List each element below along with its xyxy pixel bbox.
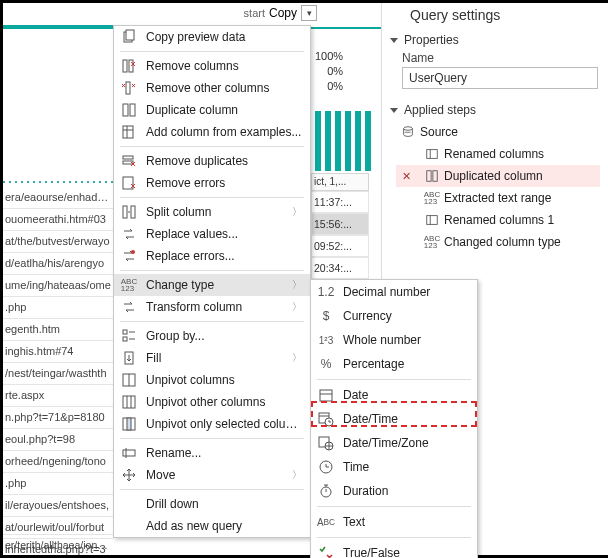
type-currency[interactable]: $ Currency <box>311 304 477 328</box>
menu-add-as-new-query[interactable]: Add as new query <box>114 515 310 537</box>
type-date-time-zone[interactable]: Date/Time/Zone <box>311 431 477 455</box>
menu-unpivot-columns[interactable]: Unpivot columns <box>114 369 310 391</box>
menu-add-column-from-examples[interactable]: Add column from examples... <box>114 121 310 143</box>
cell[interactable]: il/erayoues/entshoes, <box>3 495 113 517</box>
cell[interactable]: .php <box>3 473 113 495</box>
change-type-submenu: 1.2 Decimal number $ Currency 1²3 Whole … <box>310 279 478 558</box>
menu-unpivot-other-columns[interactable]: Unpivot other columns <box>114 391 310 413</box>
menu-move[interactable]: Move 〉 <box>114 464 310 486</box>
duration-icon <box>317 482 335 500</box>
applied-steps-label: Applied steps <box>404 103 476 117</box>
cell[interactable]: inghis.htm#74 <box>3 341 113 363</box>
unpivot-columns-icon <box>120 371 138 389</box>
menu-split-column[interactable]: Split column 〉 <box>114 201 310 223</box>
applied-step-extracted-text-range[interactable]: ABC123 Extracted text range <box>396 187 600 209</box>
cell[interactable]: er/terith/allthaea/ionyouareWa 1993-03-0… <box>3 534 113 555</box>
type-decimal-number[interactable]: 1.2 Decimal number <box>311 280 477 304</box>
type-time[interactable]: Time <box>311 455 477 479</box>
replace-errors-icon <box>120 247 138 265</box>
remove-errors-icon <box>120 174 138 192</box>
applied-steps-section-header[interactable]: Applied steps <box>390 99 600 119</box>
type-text[interactable]: ABC Text <box>311 510 477 534</box>
applied-step-changed-column-type[interactable]: ABC123 Changed column type <box>396 231 600 253</box>
submenu-arrow-icon: 〉 <box>292 278 302 292</box>
menu-rename[interactable]: Rename... <box>114 442 310 464</box>
text-icon: ABC <box>317 513 335 531</box>
cell[interactable]: 20:34:... <box>311 257 369 279</box>
query-name-input[interactable] <box>402 67 598 89</box>
cell[interactable]: at/the/butvest/erwayo <box>3 231 113 253</box>
cell[interactable]: orheed/ngening/tono <box>3 451 113 473</box>
menu-remove-columns[interactable]: Remove columns <box>114 55 310 77</box>
menu-change-type[interactable]: ABC123 Change type 〉 <box>114 274 310 296</box>
menu-replace-errors[interactable]: Replace errors... <box>114 245 310 267</box>
cell[interactable]: n.php?t=71&p=8180 <box>3 407 113 429</box>
cell[interactable]: egenth.htm <box>3 319 113 341</box>
cell[interactable]: 11:37:... <box>311 191 369 213</box>
cell[interactable]: ume/ing/hateaas/ome <box>3 275 113 297</box>
cell[interactable]: ouomeerathi.htm#03 <box>3 209 113 231</box>
svg-rect-6 <box>126 82 130 94</box>
properties-section-header[interactable]: Properties <box>390 29 600 49</box>
cell[interactable]: .php <box>3 297 113 319</box>
remove-duplicates-icon <box>120 152 138 170</box>
percentage-icon: % <box>317 355 335 373</box>
cell[interactable]: eoul.php?t=98 <box>3 429 113 451</box>
cell[interactable]: era/eaourse/enhades, <box>3 187 113 209</box>
type-date-time[interactable]: Date/Time <box>311 407 477 431</box>
menu-transform-column[interactable]: Transform column 〉 <box>114 296 310 318</box>
type-date[interactable]: Date <box>311 383 477 407</box>
menu-remove-duplicates[interactable]: Remove duplicates <box>114 150 310 172</box>
menu-drill-down[interactable]: Drill down <box>114 493 310 515</box>
step-label: Renamed columns <box>444 147 544 161</box>
copy-button-label[interactable]: Copy <box>269 6 297 20</box>
cell[interactable]: /nest/teingar/wasthth <box>3 363 113 385</box>
applied-step-source[interactable]: − Source <box>396 121 600 143</box>
remove-columns-icon <box>120 57 138 75</box>
applied-step-renamed-columns-1[interactable]: Renamed columns 1 <box>396 209 600 231</box>
applied-step-renamed-columns[interactable]: Renamed columns <box>396 143 600 165</box>
step-label: Duplicated column <box>444 169 543 183</box>
submenu-arrow-icon: 〉 <box>292 300 302 314</box>
menu-replace-values[interactable]: Replace values... <box>114 223 310 245</box>
svg-rect-23 <box>123 206 127 218</box>
menu-remove-other-columns[interactable]: Remove other columns <box>114 77 310 99</box>
svg-rect-24 <box>131 206 135 218</box>
caret-down-icon <box>390 38 398 43</box>
currency-icon: $ <box>317 307 335 325</box>
caret-down-icon <box>390 108 398 113</box>
add-column-examples-icon <box>120 123 138 141</box>
type-whole-number[interactable]: 1²3 Whole number <box>311 328 477 352</box>
step-label: Source <box>420 125 458 139</box>
menu-group-by[interactable]: Group by... <box>114 325 310 347</box>
svg-rect-1 <box>126 30 134 40</box>
menu-remove-errors[interactable]: Remove errors <box>114 172 310 194</box>
svg-rect-12 <box>130 104 135 116</box>
applied-step-duplicated-column[interactable]: ✕ Duplicated column <box>396 165 600 187</box>
svg-rect-11 <box>123 104 128 116</box>
copy-dropdown[interactable]: ▾ <box>301 5 317 21</box>
svg-rect-48 <box>427 150 438 159</box>
cell[interactable]: d/eatlha/his/arengyo <box>3 253 113 275</box>
column-header-cell[interactable]: ict, 1,... <box>311 173 369 191</box>
cell[interactable]: 09:52:... <box>311 235 369 257</box>
remove-other-columns-icon <box>120 79 138 97</box>
cell[interactable]: rte.aspx <box>3 385 113 407</box>
step-label: Renamed columns 1 <box>444 213 554 227</box>
menu-duplicate-column[interactable]: Duplicate column <box>114 99 310 121</box>
menu-unpivot-selected-columns[interactable]: Unpivot only selected columns <box>114 413 310 435</box>
column-context-menu: Copy preview data Remove columns Remove … <box>113 25 311 538</box>
properties-label: Properties <box>404 33 459 47</box>
menu-copy-preview-data[interactable]: Copy preview data <box>114 26 310 48</box>
cell[interactable]: 15:56:... <box>311 213 369 235</box>
svg-rect-35 <box>127 418 131 430</box>
menu-fill[interactable]: Fill 〉 <box>114 347 310 369</box>
move-icon <box>120 466 138 484</box>
svg-rect-51 <box>433 171 437 182</box>
type-percentage[interactable]: % Percentage <box>311 352 477 376</box>
type-true-false[interactable]: True/False <box>311 541 477 558</box>
delete-step-icon[interactable]: ✕ <box>402 170 411 183</box>
type-duration[interactable]: Duration <box>311 479 477 503</box>
duplicate-column-icon <box>120 101 138 119</box>
date-time-zone-icon <box>317 434 335 452</box>
